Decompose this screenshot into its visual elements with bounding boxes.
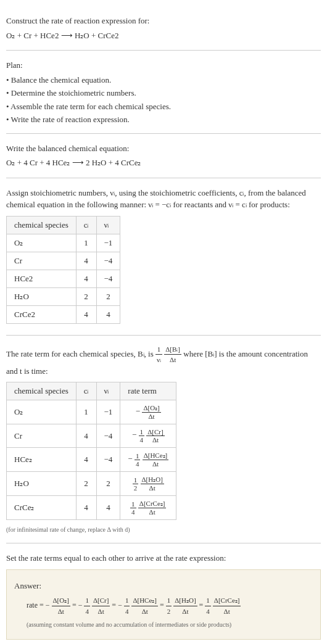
assign-text: Assign stoichiometric numbers, νᵢ, using…: [6, 187, 321, 211]
species-cell: O₂: [7, 234, 77, 252]
species-cell: O₂: [7, 400, 77, 424]
frac-dB-dt: Δ[Bᵢ] Δt: [164, 344, 181, 365]
balanced-title: Write the balanced chemical equation:: [6, 142, 321, 155]
v-cell: −1: [96, 234, 120, 252]
species-cell: HCe₂: [7, 448, 77, 472]
answer-box: Answer: rate = − Δ[O₂] Δt = − 1 4 Δ[Cr]: [6, 569, 321, 640]
frac-num: Δ[Cr]: [92, 595, 110, 606]
sign: −: [46, 601, 50, 609]
frac-den: 4: [205, 606, 211, 617]
frac-coef: 1 4: [124, 595, 130, 616]
table-row: HCe2 4 −4: [7, 270, 120, 287]
c-cell: 4: [76, 448, 96, 472]
frac-den: 4: [139, 436, 145, 444]
frac-den: Δt: [138, 508, 167, 516]
final-section: Set the rate terms equal to each other t…: [6, 543, 321, 644]
intro-title: Construct the rate of reaction expressio…: [6, 15, 321, 27]
intro-section: Construct the rate of reaction expressio…: [6, 6, 321, 51]
frac-num: 1: [205, 595, 211, 606]
intro-equation: O₂ + Cr + HCe2 ⟶ H₂O + CrCe2: [6, 30, 321, 42]
v-cell: 2: [96, 287, 120, 305]
c-cell: 2: [76, 472, 96, 496]
plan-item: • Assemble the rate term for each chemic…: [6, 101, 321, 113]
table-header-row: chemical species cᵢ νᵢ: [7, 216, 120, 234]
frac-den: νᵢ: [155, 355, 162, 365]
rate-cell: − 1 4 Δ[HCe₂] Δt: [120, 448, 176, 472]
rate-term: 1 4 Δ[CrCe₂] Δt: [205, 601, 241, 609]
frac-delta: Δ[HCe₂] Δt: [143, 452, 169, 468]
sign: −: [132, 430, 136, 439]
table-row: H₂O 2 2: [7, 287, 120, 305]
frac-coef: 1 4: [139, 428, 145, 444]
frac-num: 1: [155, 344, 162, 355]
frac-delta: Δ[H₂O] Δt: [141, 476, 164, 492]
v-cell: −4: [96, 270, 120, 287]
frac-den: 4: [84, 606, 90, 617]
frac-delta: Δ[Cr] Δt: [146, 428, 164, 444]
frac-coef: 1 2: [133, 476, 139, 492]
table-row: H₂O 2 2 1 2 Δ[H₂O] Δt: [7, 472, 176, 496]
table-row: Cr 4 −4: [7, 252, 120, 270]
sign: −: [128, 454, 132, 463]
rate-cell: − 1 4 Δ[Cr] Δt: [120, 424, 176, 448]
answer-note: (assuming constant volume and no accumul…: [14, 620, 313, 629]
sign: −: [136, 407, 140, 416]
col-c: cᵢ: [76, 216, 96, 234]
rate-term: − 1 4 Δ[HCe₂] Δt: [118, 601, 160, 609]
rateterm-before: The rate term for each chemical species,…: [6, 349, 155, 358]
c-cell: 4: [76, 496, 96, 520]
v-cell: −1: [96, 400, 120, 424]
frac-num: 1: [139, 428, 145, 436]
species-cell: H₂O: [7, 287, 77, 305]
col-v: νᵢ: [96, 216, 120, 234]
table-row: O₂ 1 −1 − Δ[O₂] Δt: [7, 400, 176, 424]
rate-term: 1 2 Δ[H₂O] Δt: [166, 601, 199, 609]
c-cell: 1: [76, 234, 96, 252]
frac-coef: 1 2: [166, 595, 172, 616]
frac-delta: Δ[CrCe₂] Δt: [138, 500, 167, 516]
frac-num: Δ[CrCe₂]: [138, 500, 167, 508]
frac-num: 1: [135, 452, 141, 460]
table-header-row: chemical species cᵢ νᵢ rate term: [7, 382, 176, 400]
frac-delta: Δ[O₂] Δt: [52, 595, 70, 616]
frac-delta: Δ[Cr] Δt: [92, 595, 110, 616]
species-cell: Cr: [7, 424, 77, 448]
frac-den: 4: [124, 606, 130, 617]
col-c: cᵢ: [76, 382, 96, 400]
v-cell: 4: [96, 496, 120, 520]
frac-den: Δt: [142, 413, 160, 420]
species-cell: HCe2: [7, 270, 77, 287]
c-cell: 1: [76, 400, 96, 424]
plan-title: Plan:: [6, 59, 321, 72]
c-cell: 4: [76, 305, 96, 323]
col-v: νᵢ: [96, 382, 120, 400]
frac-delta: Δ[HCe₂] Δt: [131, 595, 158, 616]
frac-delta: Δ[CrCe₂] Δt: [213, 595, 241, 616]
frac-num: Δ[HCe₂]: [143, 452, 169, 460]
v-cell: 2: [96, 472, 120, 496]
frac-num: Δ[H₂O]: [141, 476, 164, 484]
frac-num: 1: [166, 595, 172, 606]
rate-cell: 1 4 Δ[CrCe₂] Δt: [120, 496, 176, 520]
rate-cell: 1 2 Δ[H₂O] Δt: [120, 472, 176, 496]
rate-term: − 1 4 Δ[Cr] Δt: [78, 601, 112, 609]
frac-delta: Δ[H₂O] Δt: [173, 595, 197, 616]
stoich-table: chemical species cᵢ νᵢ O₂ 1 −1 Cr 4 −4 H…: [6, 216, 120, 324]
frac-delta: Δ[O₂] Δt: [142, 404, 160, 420]
plan-section: Plan: • Balance the chemical equation. •…: [6, 51, 321, 134]
frac-num: 1: [124, 595, 130, 606]
c-cell: 4: [76, 270, 96, 287]
frac-den: 4: [130, 508, 136, 516]
frac-num: Δ[O₂]: [142, 404, 160, 413]
plan-item: • Write the rate of reaction expression.: [6, 114, 321, 126]
rate-prefix: rate =: [27, 601, 46, 609]
frac-num: 1: [84, 595, 90, 606]
answer-label: Answer:: [14, 580, 313, 592]
rate-table: chemical species cᵢ νᵢ rate term O₂ 1 −1…: [6, 382, 176, 520]
col-rate: rate term: [120, 382, 176, 400]
frac-den: 2: [133, 484, 139, 492]
frac-num: Δ[H₂O]: [173, 595, 197, 606]
balanced-equation: O₂ + 4 Cr + 4 HCe₂ ⟶ 2 H₂O + 4 CrCe₂: [6, 157, 321, 169]
species-cell: CrCe2: [7, 305, 77, 323]
c-cell: 2: [76, 287, 96, 305]
